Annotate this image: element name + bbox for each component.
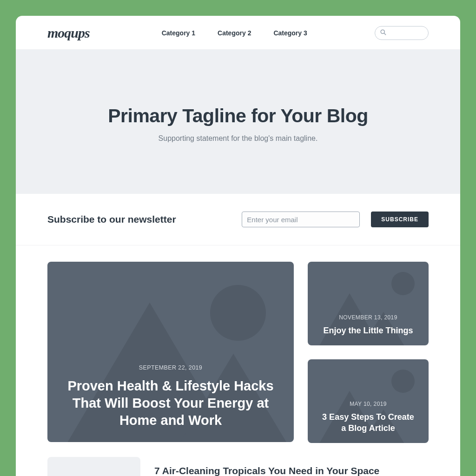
search-container — [375, 26, 429, 40]
brand-logo[interactable]: moqups — [47, 25, 90, 41]
post-card[interactable]: NOVEMBER 13, 2019 Enjoy the Little Thing… — [308, 262, 429, 345]
posts-grid: SEPTEMBER 22, 2019 Proven Health & Lifes… — [16, 245, 460, 443]
page: moqups Category 1 Category 2 Category 3 … — [16, 16, 460, 476]
featured-post-card[interactable]: SEPTEMBER 22, 2019 Proven Health & Lifes… — [47, 262, 294, 442]
svg-line-1 — [384, 33, 386, 35]
search-icon — [380, 29, 387, 38]
post-thumbnail — [47, 457, 140, 476]
post-title: 7 Air-Cleaning Tropicals You Need in You… — [154, 465, 379, 476]
post-card[interactable]: MAY 10, 2019 3 Easy Steps To Create a Bl… — [308, 359, 429, 443]
nav-link-category-2[interactable]: Category 2 — [218, 29, 251, 37]
hero-title: Primary Tagline for Your Blog — [34, 105, 442, 127]
site-header: moqups Category 1 Category 2 Category 3 — [16, 16, 460, 50]
image-placeholder-icon — [391, 370, 415, 393]
newsletter-form: SUBSCRIBE — [242, 212, 429, 227]
main-nav: Category 1 Category 2 Category 3 — [162, 29, 307, 37]
search-input[interactable] — [375, 26, 429, 40]
image-placeholder-icon — [391, 272, 415, 295]
nav-link-category-1[interactable]: Category 1 — [162, 29, 195, 37]
subscribe-button[interactable]: SUBSCRIBE — [371, 212, 429, 227]
image-placeholder-icon — [210, 285, 266, 341]
post-date: NOVEMBER 13, 2019 — [324, 314, 413, 321]
newsletter-section: Subscribe to our newsletter SUBSCRIBE — [16, 194, 460, 245]
post-date: MAY 10, 2019 — [319, 401, 417, 407]
email-input[interactable] — [242, 212, 360, 227]
post-date: SEPTEMBER 22, 2019 — [66, 364, 275, 371]
nav-link-category-3[interactable]: Category 3 — [273, 29, 307, 37]
post-title: Enjoy the Little Things — [324, 325, 413, 336]
post-title: Proven Health & Lifestyle Hacks That Wil… — [66, 377, 275, 429]
hero-section: Primary Tagline for Your Blog Supporting… — [16, 50, 460, 194]
svg-point-0 — [381, 30, 384, 33]
post-list-row[interactable]: 7 Air-Cleaning Tropicals You Need in You… — [16, 457, 460, 476]
post-title: 3 Easy Steps To Create a Blog Article — [319, 412, 417, 434]
newsletter-heading: Subscribe to our newsletter — [47, 214, 176, 225]
hero-subtitle: Supporting statement for the blog's main… — [34, 134, 442, 143]
